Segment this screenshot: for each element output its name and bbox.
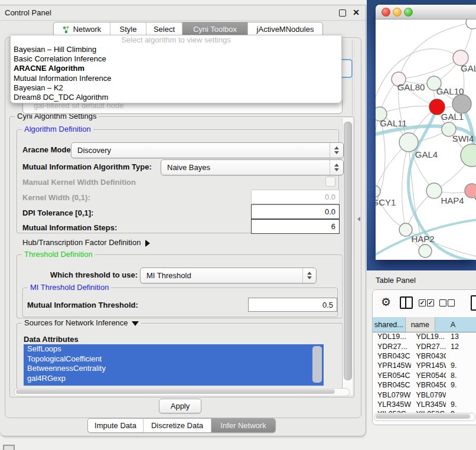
hub-definition-disclosure[interactable]: Hub/Transcription Factor Definition bbox=[22, 238, 150, 247]
network-window-titlebar[interactable] bbox=[376, 5, 476, 19]
sources-title: Sources for Network Inference bbox=[24, 318, 128, 327]
mi-steps-input[interactable]: 6 bbox=[251, 219, 340, 234]
network-node-label: GAL80 bbox=[397, 82, 425, 92]
deselect-all-checkbox-icon[interactable] bbox=[448, 299, 455, 306]
tab-cyni-toolbox[interactable]: Cyni Toolbox bbox=[182, 22, 247, 36]
select-all-checkbox-icon[interactable]: ✓ bbox=[419, 299, 426, 306]
network-node-bottom-node[interactable] bbox=[419, 244, 432, 257]
network-node-label: GAL11 bbox=[380, 118, 407, 128]
new-column-icon[interactable] bbox=[471, 295, 476, 311]
algorithm-popup-item[interactable]: Mutual Information Inference bbox=[11, 74, 341, 83]
table-row[interactable]: YBR045CYBR045C9. bbox=[373, 380, 476, 390]
network-node-green-right[interactable] bbox=[461, 144, 476, 167]
table-horizontal-scrollbar-thumb[interactable] bbox=[376, 414, 470, 419]
settings-vertical-scrollbar[interactable] bbox=[342, 118, 353, 394]
table-column-header[interactable]: shared... bbox=[373, 317, 406, 332]
table-cell: YER054C bbox=[411, 371, 446, 380]
network-node-GCY1[interactable] bbox=[376, 185, 380, 197]
which-threshold-combobox[interactable]: MI Threshold bbox=[140, 268, 317, 283]
apply-button[interactable]: Apply bbox=[159, 399, 201, 413]
show-columns-icon[interactable] bbox=[400, 296, 413, 309]
table-row[interactable]: YBL079WYBL079W bbox=[373, 390, 476, 399]
algorithm-popup-item[interactable]: ARACNE Algorithm bbox=[11, 64, 341, 73]
close-icon[interactable]: ✕ bbox=[353, 8, 360, 17]
table-cell: YDR27... bbox=[411, 343, 446, 351]
data-attribute-item[interactable]: TopologicalCoefficient bbox=[24, 354, 324, 364]
data-attributes-label: Data Attributes bbox=[24, 335, 79, 344]
gear-icon[interactable]: ⚙ bbox=[381, 295, 391, 308]
table-column-header[interactable]: A bbox=[435, 317, 476, 332]
table-row[interactable]: YER054CYER054C8. bbox=[373, 371, 476, 380]
combobox-stepper-icon bbox=[302, 268, 316, 283]
mi-algorithm-type-combobox[interactable]: Naive Bayes bbox=[161, 159, 344, 175]
table-cell: YBR043C bbox=[411, 352, 446, 360]
kernel-width-value: 0.0 bbox=[325, 193, 335, 201]
threshold-definition-title: Threshold Definition bbox=[22, 250, 95, 259]
close-traffic-light-icon[interactable] bbox=[382, 8, 390, 17]
network-node-gray-node[interactable] bbox=[452, 94, 471, 113]
tab-label: Style bbox=[120, 25, 137, 34]
network-node-label: HAP2 bbox=[411, 234, 434, 244]
attributes-scrollbar-thumb[interactable] bbox=[312, 346, 322, 383]
table-row[interactable]: YLR345WYLR345W9. bbox=[373, 400, 476, 409]
table-cell: YDL19... bbox=[411, 332, 446, 341]
network-node-label: GAL bbox=[461, 63, 476, 73]
network-node-label: SWI4 bbox=[452, 133, 474, 144]
tab-network[interactable]: Network bbox=[54, 22, 110, 36]
table-cell: YBL079W bbox=[373, 391, 411, 399]
data-attribute-item[interactable]: BetweennessCentrality bbox=[24, 364, 324, 374]
table-row[interactable]: YBR043CYBR043C bbox=[373, 351, 476, 361]
network-edge[interactable] bbox=[380, 106, 437, 114]
select-all-checkbox-icon[interactable]: ✓ bbox=[427, 299, 434, 306]
kernel-width-input[interactable]: 0.0 bbox=[251, 190, 340, 204]
table-row[interactable]: YDR27...YDR27...12 bbox=[373, 341, 476, 351]
bottom-tab-impute-data[interactable]: Impute Data bbox=[88, 419, 143, 432]
table-cell: YLR345W bbox=[411, 400, 446, 409]
algorithm-popup-item[interactable]: Dream8 DC_TDC Algorithm bbox=[11, 93, 341, 102]
algorithm-popup-item[interactable]: Bayesian – K2 bbox=[11, 83, 341, 93]
algorithm-popup-item[interactable]: Bayesian – Hill Climbing bbox=[11, 45, 341, 54]
mi-threshold-value: 0.5 bbox=[322, 301, 333, 309]
manual-kernel-width-checkbox[interactable] bbox=[325, 177, 335, 187]
apply-button-label: Apply bbox=[171, 402, 190, 410]
dpi-tolerance-input[interactable]: 0.0 bbox=[251, 204, 340, 219]
network-edge[interactable] bbox=[376, 49, 461, 108]
float-window-icon[interactable] bbox=[339, 9, 346, 17]
network-node-HAP2[interactable] bbox=[399, 223, 412, 236]
tab-label: Discretize Data bbox=[151, 421, 203, 430]
network-canvas[interactable]: GALGAL80GAL10GAL1GAL11SWI4GAL4GCY1HAP4YH… bbox=[376, 19, 476, 260]
data-attributes-list[interactable]: SelfLoopsTopologicalCoefficientBetweenne… bbox=[24, 344, 324, 386]
algorithm-popup-item[interactable]: Basic Correlation Inference bbox=[11, 54, 341, 64]
table-horizontal-scrollbar[interactable] bbox=[374, 413, 475, 421]
data-attribute-item[interactable]: SelfLoops bbox=[24, 344, 324, 354]
tab-jactivemnodules[interactable]: jActiveMNodules bbox=[247, 22, 322, 36]
splitter-collapse-icon[interactable] bbox=[357, 217, 360, 221]
network-node-top-partial[interactable] bbox=[466, 19, 476, 29]
network-edge[interactable] bbox=[399, 58, 461, 79]
settings-horizontal-scrollbar-thumb[interactable] bbox=[16, 389, 335, 394]
network-canvas-container[interactable]: GALGAL80GAL10GAL1GAL11SWI4GAL4GCY1HAP4YH… bbox=[376, 19, 476, 260]
manual-kernel-width-label: Manual Kernel Width Definition bbox=[22, 178, 136, 187]
network-node-HAP4[interactable] bbox=[426, 183, 442, 198]
which-threshold-label: Which threshold to use: bbox=[50, 270, 138, 279]
settings-horizontal-scrollbar[interactable] bbox=[14, 388, 350, 396]
deselect-all-checkbox-icon[interactable] bbox=[439, 299, 446, 306]
tab-style[interactable]: Style bbox=[110, 22, 146, 36]
tab-select[interactable]: Select bbox=[146, 22, 182, 36]
mi-threshold-input[interactable]: 0.5 bbox=[248, 298, 337, 312]
settings-vertical-scrollbar-thumb[interactable] bbox=[344, 122, 352, 380]
table-row[interactable]: YPR145WYPR145W9. bbox=[373, 361, 476, 370]
sources-disclosure[interactable]: Sources for Network Inference bbox=[22, 318, 141, 327]
network-node-label: GAL4 bbox=[415, 149, 438, 159]
minimize-traffic-light-icon[interactable] bbox=[393, 8, 402, 17]
table-row[interactable]: YDL19...YDL19...13 bbox=[373, 332, 476, 341]
data-attribute-item[interactable]: gal4RGexp bbox=[24, 374, 324, 384]
zoom-traffic-light-icon[interactable] bbox=[404, 8, 413, 17]
bottom-tab-discretize-data[interactable]: Discretize Data bbox=[143, 419, 211, 432]
aracne-mode-value: Discovery bbox=[77, 146, 111, 155]
docked-window-icon[interactable] bbox=[3, 445, 15, 450]
table-column-header[interactable]: name bbox=[406, 317, 435, 332]
bottom-tab-infer-network[interactable]: Infer Network bbox=[211, 419, 275, 432]
network-edge[interactable] bbox=[376, 114, 380, 191]
aracne-mode-combobox[interactable]: Discovery bbox=[71, 142, 344, 158]
